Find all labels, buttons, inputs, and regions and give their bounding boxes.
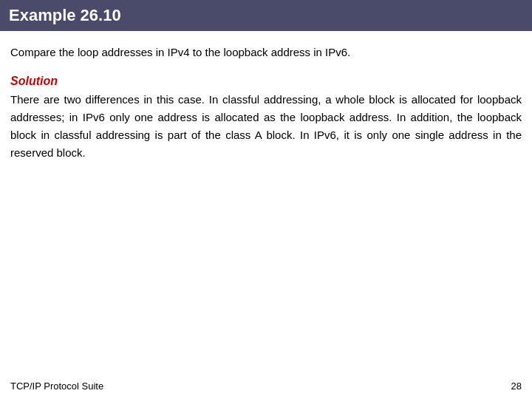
footer-page-number: 28 — [511, 381, 522, 392]
page-title: Example 26.10 — [9, 6, 121, 24]
main-content: Compare the loop addresses in IPv4 to th… — [0, 44, 532, 162]
solution-label: Solution — [10, 75, 522, 88]
solution-text: There are two differences in this case. … — [10, 91, 522, 162]
footer: TCP/IP Protocol Suite 28 — [10, 381, 522, 392]
header-bar: Example 26.10 — [0, 0, 532, 31]
question-text: Compare the loop addresses in IPv4 to th… — [10, 44, 522, 61]
footer-left-text: TCP/IP Protocol Suite — [10, 381, 103, 392]
